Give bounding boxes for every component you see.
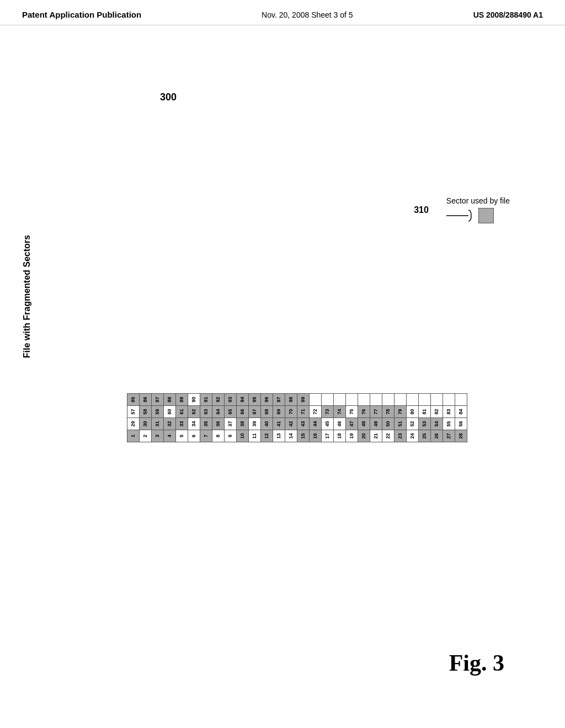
page-content: File with Fragmented Sectors 300 1295785… <box>0 25 565 720</box>
ref-300-label: 300 <box>160 92 177 103</box>
side-label: File with Fragmented Sectors <box>22 235 32 358</box>
legend-shaded-box <box>478 208 494 223</box>
page-header: Patent Application Publication Nov. 20, … <box>0 0 565 25</box>
ref-310-label: 310 <box>414 205 429 215</box>
legend-label: Sector used by file <box>446 196 510 205</box>
header-date-sheet: Nov. 20, 2008 Sheet 3 of 5 <box>262 10 353 19</box>
header-patent-number: US 2008/288490 A1 <box>473 10 543 19</box>
figure-label: Fig. 3 <box>449 650 504 676</box>
header-publication-type: Patent Application Publication <box>22 10 141 19</box>
legend-bracket-icon <box>446 207 474 224</box>
sector-grid: 1295785230588633159874326088533618963462… <box>127 393 467 442</box>
diagram-container: 300 129578523058863315987432608853361896… <box>127 103 469 158</box>
